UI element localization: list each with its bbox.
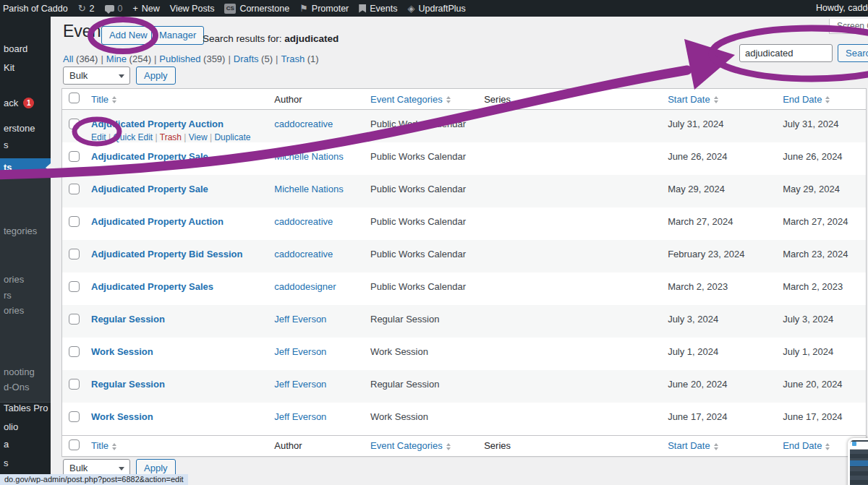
author-link[interactable]: caddocreative	[274, 216, 333, 227]
row-actions: Edit | Quick Edit | Trash | View | Dupli…	[91, 132, 263, 142]
admin-bar-events[interactable]: Events	[359, 4, 397, 14]
screen-options-tab[interactable]: Screen Options	[829, 19, 868, 34]
search-input[interactable]	[739, 44, 833, 62]
filter-link-trash[interactable]: Trash	[281, 53, 305, 64]
author-link[interactable]: Michelle Nations	[274, 151, 343, 162]
author-link[interactable]: Michelle Nations	[274, 184, 343, 194]
sidebar-item[interactable]: Kit	[4, 59, 14, 77]
screen-thumbnail[interactable]	[848, 438, 868, 485]
event-title-link[interactable]: Work Session	[91, 346, 153, 357]
column-start-date[interactable]: Start Date	[668, 440, 710, 451]
bulk-actions-select-top[interactable]: Bulk actions	[63, 66, 130, 85]
sidebar-item-label: erstone	[4, 123, 35, 134]
start-date-cell: June 26, 2024	[662, 142, 777, 175]
column-title[interactable]: Title	[91, 94, 109, 105]
row-checkbox[interactable]	[69, 119, 80, 129]
series-cell	[478, 240, 662, 272]
comments-icon	[105, 5, 114, 12]
sidebar-item[interactable]: ts	[0, 158, 51, 177]
row-checkbox[interactable]	[69, 151, 80, 162]
sidebar-item[interactable]: board	[4, 40, 27, 59]
row-checkbox[interactable]	[69, 216, 80, 227]
table-row: Adjudicated Property Auctioncaddocreativ…	[62, 207, 867, 240]
sidebar-item[interactable]: s	[4, 454, 9, 473]
sidebar-item-label: Tables Pro	[4, 403, 48, 413]
admin-bar-promoter[interactable]: ⚑ Promoter	[299, 4, 349, 14]
sidebar-item[interactable]: erstone	[4, 119, 35, 138]
sidebar-item[interactable]: s	[4, 136, 9, 155]
column-title[interactable]: Title	[91, 440, 109, 451]
sidebar-item[interactable]: d-Ons	[4, 378, 29, 397]
filter-link-all[interactable]: All	[63, 53, 73, 64]
sidebar-item[interactable]: tegories	[4, 222, 37, 241]
event-title-link[interactable]: Regular Session	[91, 379, 165, 390]
sort-icon	[714, 443, 718, 450]
add-new-button[interactable]: Add New	[101, 26, 156, 45]
admin-bar-view-posts[interactable]: View Posts	[170, 4, 215, 14]
filter-count: (254)	[127, 53, 151, 64]
event-title-link[interactable]: Adjudicated Property Sale	[91, 151, 208, 162]
sidebar-item[interactable]: ories	[4, 301, 24, 320]
row-checkbox[interactable]	[69, 314, 80, 325]
row-checkbox[interactable]	[69, 249, 80, 259]
table-row: Adjudicated Property AuctionEdit | Quick…	[62, 110, 867, 143]
select-all-checkbox[interactable]	[69, 93, 80, 103]
column-start-date[interactable]: Start Date	[668, 94, 710, 105]
start-date-cell: June 20, 2024	[662, 370, 777, 403]
admin-bar-site-name[interactable]: Parish of Caddo	[3, 4, 68, 14]
column-end-date[interactable]: End Date	[783, 440, 822, 451]
apply-button-top[interactable]: Apply	[136, 66, 176, 85]
row-action-duplicate[interactable]: Duplicate	[214, 132, 250, 142]
admin-bar-new[interactable]: + New	[132, 4, 159, 14]
sort-icon	[446, 443, 451, 450]
select-all-checkbox[interactable]	[69, 439, 80, 450]
sidebar-item[interactable]: a	[4, 435, 9, 454]
event-title-link[interactable]: Adjudicated Property Sale	[91, 184, 208, 194]
author-link[interactable]: Jeff Everson	[274, 411, 326, 422]
row-action-quick-edit[interactable]: Quick Edit	[113, 132, 153, 142]
event-title-link[interactable]: Adjudicated Property Sales	[91, 281, 213, 292]
author-link[interactable]: Jeff Everson	[274, 379, 326, 390]
event-title-link[interactable]: Adjudicated Property Auction	[91, 216, 224, 227]
row-action-view[interactable]: View	[189, 132, 208, 142]
row-checkbox[interactable]	[69, 379, 80, 390]
admin-bar-cornerstone[interactable]: CS Cornerstone	[224, 4, 289, 14]
author-link[interactable]: caddocreative	[274, 249, 333, 259]
row-action-trash[interactable]: Trash	[160, 132, 182, 142]
search-events-button[interactable]: Search Events	[838, 44, 868, 62]
column-end-date[interactable]: End Date	[783, 94, 822, 105]
filter-link-drafts[interactable]: Drafts	[234, 53, 259, 64]
sidebar-item[interactable]: olio	[4, 418, 18, 437]
row-action-edit[interactable]: Edit	[91, 132, 106, 142]
events-table: Title Author Event Categories Series Sta…	[61, 88, 867, 457]
row-checkbox[interactable]	[69, 184, 80, 194]
filter-count: (1)	[305, 53, 319, 64]
filter-link-mine[interactable]: Mine	[106, 53, 127, 64]
event-title-link[interactable]: Adjudicated Property Bid Session	[91, 249, 243, 259]
admin-bar-updates[interactable]: ↻ 2	[78, 4, 95, 14]
manager-button[interactable]: Manager	[151, 26, 204, 45]
promoter-label: Promoter	[312, 4, 349, 14]
admin-bar-howdy[interactable]: Howdy, caddocr	[816, 0, 868, 17]
sidebar-item[interactable]: ack1	[4, 94, 34, 113]
author-link[interactable]: Jeff Everson	[274, 346, 326, 357]
event-title-link[interactable]: Adjudicated Property Auction	[91, 119, 224, 129]
end-date-cell: June 26, 2024	[777, 142, 866, 175]
column-event-categories[interactable]: Event Categories	[370, 440, 443, 451]
author-link[interactable]: Jeff Everson	[274, 314, 326, 325]
column-event-categories[interactable]: Event Categories	[370, 94, 443, 105]
updates-count: 2	[90, 4, 95, 14]
row-checkbox[interactable]	[69, 411, 80, 422]
event-category-cell: Work Session	[365, 403, 478, 435]
row-checkbox[interactable]	[69, 281, 80, 292]
event-title-link[interactable]: Regular Session	[91, 314, 165, 325]
search-results-subtitle: Search results for: adjudicated	[203, 33, 339, 44]
author-link[interactable]: caddodesigner	[274, 281, 336, 292]
sidebar-item[interactable]: Tables Pro	[4, 399, 48, 418]
admin-bar-updraft[interactable]: ◈ UpdraftPlus	[407, 4, 465, 14]
author-link[interactable]: caddocreative	[274, 119, 333, 129]
filter-link-published[interactable]: Published	[159, 53, 200, 64]
row-checkbox[interactable]	[69, 346, 80, 357]
event-title-link[interactable]: Work Session	[91, 411, 153, 422]
admin-bar-comments[interactable]: 0	[105, 4, 123, 14]
